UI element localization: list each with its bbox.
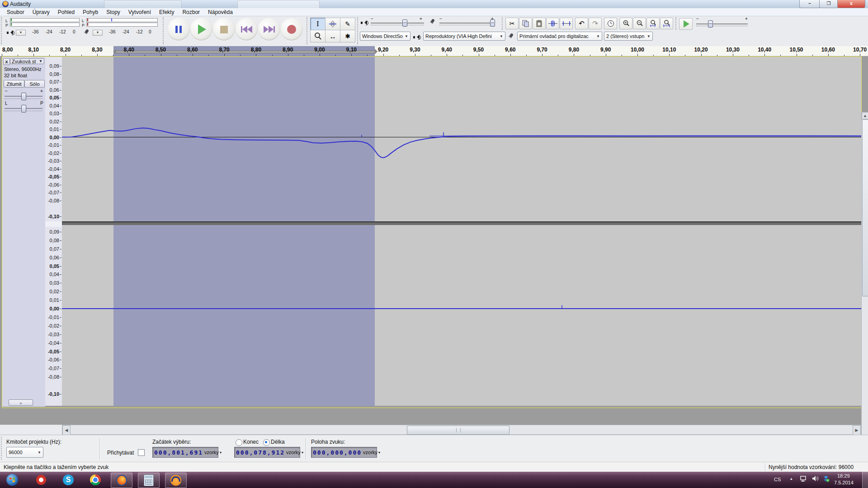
menu-4[interactable]: Stopy [102,9,124,16]
project-rate-select[interactable]: 96000▼ [6,447,43,458]
toolbar-grip[interactable] [307,17,310,44]
playback-speed-thumb[interactable] [708,20,713,28]
menu-7[interactable]: Rozbor [178,9,204,16]
input-channels-select[interactable]: 2 (Stereo) vstupn▼ [604,32,653,41]
menu-5[interactable]: Vytvoření [124,9,155,16]
selection-tool[interactable]: I [310,18,326,30]
selection-start-field[interactable]: 000,801,691 vzorky ▾ [152,447,218,458]
toolbar-grip[interactable] [502,17,505,30]
scroll-right-arrow[interactable]: ▶ [853,425,861,435]
vertical-scrollbar[interactable]: ▲ ▼ [861,112,868,488]
zoom-out-button[interactable] [633,18,646,29]
vertical-ruler-left-channel[interactable]: 0,090,080,070,060,050,040,030,020,010,00… [45,57,62,221]
taskbar-audacity-button[interactable] [165,473,187,488]
taskbar-chrome-icon[interactable] [90,474,101,486]
skip-to-start-button[interactable] [235,18,258,41]
horizontal-scroll-thumb[interactable] [407,426,509,435]
solo-button[interactable]: Sólo [24,80,45,88]
input-volume-thumb[interactable] [490,19,495,27]
menu-1[interactable]: Úpravy [28,9,54,16]
redo-button[interactable]: ↷ [589,18,602,29]
fit-project-button[interactable] [660,18,673,29]
menu-0[interactable]: Soubor [3,9,28,16]
play-button[interactable] [190,18,212,41]
time-shift-tool[interactable]: ↔ [325,30,340,42]
fit-selection-button[interactable] [646,18,660,29]
tray-expand-icon[interactable]: ▴ [790,476,793,481]
menu-2[interactable]: Pohled [54,9,79,16]
record-meter-dropdown[interactable]: ▼ [93,30,103,36]
playback-meter-left-bar[interactable] [10,18,80,22]
trim-audio-button[interactable] [546,18,559,29]
cut-button[interactable]: ✂ [505,18,519,29]
quick-play-region[interactable] [113,51,376,53]
dropbox-icon[interactable] [822,474,830,483]
undo-button[interactable]: ↶ [575,18,588,29]
track-collapse-button[interactable]: ▵ [9,399,33,406]
draw-tool[interactable]: ✎ [340,18,355,30]
horizontal-scrollbar[interactable]: ◀ ▶ [62,425,861,435]
envelope-tool[interactable] [325,18,340,30]
snap-checkbox[interactable] [138,449,145,456]
clock-date[interactable]: 7.5.2014 [834,480,854,485]
selection-length-field[interactable]: 000,078,912 vzorky ▾ [234,447,300,458]
timeline-ruler[interactable]: 8,008,108,208,308,408,508,608,708,808,90… [0,46,868,56]
pan-slider[interactable] [5,104,42,113]
play-at-speed-button[interactable] [679,18,693,30]
scroll-left-arrow[interactable]: ◀ [62,425,71,435]
toolbar-grip[interactable] [1,437,4,460]
copy-button[interactable] [519,18,532,29]
track-title-menu[interactable]: Zvuková st ▼ [10,58,44,64]
taskbar-opera-icon[interactable] [35,474,47,486]
track-close-button[interactable]: X [3,58,10,65]
network-icon[interactable] [799,474,807,483]
close-button[interactable]: x [837,0,865,8]
track-control-panel[interactable]: X Zvuková st ▼ Stereo, 96000Hz 32 bit fl… [2,57,46,407]
playback-meter-dropdown[interactable]: ▼ [16,30,26,36]
scroll-up-arrow[interactable]: ▲ [862,112,868,119]
start-button[interactable] [6,474,18,486]
pause-button[interactable] [167,18,190,41]
waveform-left-channel[interactable] [62,57,861,221]
menu-8[interactable]: Nápověda [204,9,237,16]
language-indicator[interactable]: CS [774,477,781,482]
zoom-in-button[interactable] [619,18,632,29]
title-bar[interactable]: Audacity – ❐ x [0,0,868,9]
toolbar-grip[interactable] [163,17,166,44]
audio-host-select[interactable]: Windows DirectSo▼ [360,32,410,41]
toolbar-grip[interactable] [1,17,4,44]
audio-position-field[interactable]: 000,000,000 vzorky ▾ [311,447,377,458]
volume-icon[interactable] [811,474,819,483]
vertical-ruler-right-channel[interactable]: 0,090,080,070,060,050,040,030,020,010,00… [45,225,62,406]
toolbar-grip[interactable] [675,17,679,30]
vertical-scroll-thumb[interactable] [862,119,868,296]
record-meter-left-bar[interactable] [86,18,158,22]
menu-6[interactable]: Efekty [155,9,178,16]
clock-time[interactable]: 18:29 [837,473,850,479]
radio-end[interactable] [236,439,242,446]
mute-button[interactable]: Ztlumit [4,80,24,88]
playback-meter-right-bar[interactable] [10,23,80,27]
skip-to-end-button[interactable] [258,18,280,41]
zoom-tool[interactable] [310,30,326,42]
output-volume-thumb[interactable] [402,19,407,27]
multi-tool[interactable]: ✱ [340,30,355,42]
sync-lock-button[interactable] [604,18,617,29]
gain-slider[interactable] [5,92,42,100]
radio-length[interactable] [263,439,270,446]
minimize-button[interactable]: – [799,0,820,8]
input-device-select[interactable]: Primární ovladač pro digitalizac▼ [517,32,602,41]
restore-button[interactable]: ❐ [819,0,838,8]
taskbar-calculator-button[interactable] [138,473,160,488]
menu-3[interactable]: Pohyb [79,9,102,16]
record-button[interactable] [280,18,303,41]
taskbar-firefox-button[interactable] [111,473,132,488]
waveform-right-channel[interactable] [62,225,861,406]
silence-audio-button[interactable] [560,18,573,29]
show-desktop-button[interactable] [862,472,868,488]
taskbar-skype-icon[interactable]: S [62,474,74,486]
output-device-select[interactable]: Reproduktory (VIA High Defini▼ [423,32,505,41]
stop-button[interactable] [212,18,235,41]
paste-button[interactable] [533,18,546,29]
record-meter-right-bar[interactable] [86,23,158,27]
